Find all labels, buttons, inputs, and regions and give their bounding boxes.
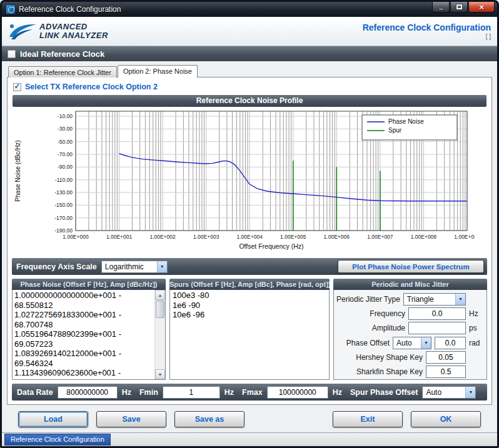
scrollbar-thumb[interactable] — [156, 301, 164, 318]
phase-noise-entry[interactable]: 1.1134396090623600e+001 - — [14, 368, 153, 378]
exit-button[interactable]: Exit — [333, 411, 403, 427]
periodic-misc-jitter-panel: Periodic and Misc Jitter Periodic Jitter… — [333, 279, 487, 380]
jitter-frequency-row: Frequency Hz — [336, 307, 484, 320]
brand-text: ADVANCED LINK ANALYZER — [39, 22, 108, 40]
ok-button[interactable]: OK — [411, 411, 481, 427]
data-rate-input[interactable] — [58, 386, 118, 399]
svg-text:Phase Noise (dBc/Hz): Phase Noise (dBc/Hz) — [14, 140, 21, 201]
brand-line1: ADVANCED — [39, 22, 108, 31]
frequency-axis-scale-value: Logarithmic — [102, 261, 157, 272]
svg-text:-130.00: -130.00 — [54, 189, 73, 196]
phase-noise-entry[interactable]: 68.700748 — [14, 320, 153, 330]
phase-noise-entry[interactable]: 68.550812 — [14, 301, 153, 311]
svg-text:1.00E+009: 1.00E+009 — [454, 234, 475, 240]
sharkfin-shape-key-row: Sharkfin Shape Key — [336, 366, 484, 379]
phase-noise-entry[interactable]: 1.0551964788902399e+001 - — [14, 329, 153, 339]
spur-entry[interactable]: 100e3 -80 — [173, 291, 326, 301]
plot-phase-noise-power-spectrum-button[interactable]: Plot Phase Noise Power Spectrum — [338, 260, 484, 273]
phase-noise-entry[interactable]: 69.057223 — [14, 339, 153, 349]
svg-text:-150.00: -150.00 — [54, 202, 73, 208]
app-icon — [6, 4, 16, 14]
fmin-unit: Hz — [224, 388, 234, 397]
phase-noise-entry[interactable]: 1.0839269140212000e+001 - — [14, 349, 153, 359]
tab-strip: Option 1: Reference Clock JitterOption 2… — [7, 64, 492, 77]
phase-noise-entry[interactable]: 1.0272275691833000e+001 - — [14, 310, 153, 320]
svg-text:1.00E+000: 1.00E+000 — [63, 234, 89, 240]
minimize-button[interactable] — [432, 2, 450, 12]
tab-option-2[interactable]: Option 2: Phase Noise — [118, 65, 198, 77]
chevron-down-icon: ▼ — [455, 294, 465, 305]
spur-entry[interactable]: 1e6 -90 — [173, 301, 326, 311]
page-title: Reference Clock Configuration — [363, 22, 491, 32]
svg-text:1.00E+008: 1.00E+008 — [411, 234, 437, 240]
jitter-phase-offset-mode-dropdown[interactable]: Auto ▼ — [393, 337, 431, 349]
spur-phase-offset-dropdown[interactable]: Auto ▼ — [422, 386, 476, 399]
spur-phase-offset-value: Auto — [423, 387, 465, 398]
svg-text:1.00E+006: 1.00E+006 — [324, 234, 350, 240]
svg-text:-70.00: -70.00 — [58, 151, 73, 157]
svg-text:Offset Frequency (Hz): Offset Frequency (Hz) — [239, 242, 303, 250]
fmax-input[interactable] — [267, 386, 328, 399]
frequency-axis-scale-label: Frequency Axis Scale — [15, 262, 97, 271]
action-buttons-row: Load Save Save as Exit OK — [7, 405, 492, 432]
svg-text:-190.00: -190.00 — [54, 227, 73, 234]
svg-text:1.00E+007: 1.00E+007 — [367, 234, 393, 240]
jitter-amplitude-input[interactable] — [408, 322, 466, 334]
phase-noise-entry[interactable]: 1.0000000000000000e+001 - — [14, 291, 153, 301]
status-badge: Reference Clock Configuration — [4, 434, 111, 446]
window-controls: × — [431, 2, 495, 12]
ideal-reference-clock-label: Ideal Reference Clock — [20, 49, 104, 59]
svg-text:1.00E+002: 1.00E+002 — [149, 234, 176, 240]
svg-text:Phase Noise: Phase Noise — [388, 118, 424, 125]
svg-text:1.00E+004: 1.00E+004 — [237, 234, 263, 240]
titlebar[interactable]: Reference Clock Configuration × — [2, 2, 497, 17]
jitter-amplitude-label: Amplitude — [336, 324, 405, 332]
hershey-shape-key-input[interactable] — [426, 351, 466, 364]
chevron-down-icon: ▼ — [465, 387, 475, 398]
scroll-down-icon[interactable]: ▼ — [155, 369, 165, 379]
maximize-icon — [456, 4, 462, 9]
phase-noise-scrollbar[interactable]: ▲ ▼ — [154, 290, 165, 379]
svg-text:-90.00: -90.00 — [58, 164, 73, 170]
load-button[interactable]: Load — [18, 411, 88, 427]
phase-noise-list[interactable]: 1.0000000000000000e+001 -68.5508121.0272… — [13, 290, 154, 379]
jitter-phase-offset-input[interactable] — [435, 337, 466, 349]
brand-logo-icon — [8, 22, 37, 41]
select-tx-label: Select TX Reference Clock Option 2 — [25, 82, 158, 91]
spurs-panel-header: Spurs (Offset F [Hz], Amp [dBc], Phase [… — [169, 279, 330, 290]
select-tx-row: Select TX Reference Clock Option 2 — [12, 81, 487, 93]
tab-option-1[interactable]: Option 1: Reference Clock Jitter — [8, 66, 117, 77]
minimize-icon — [438, 8, 444, 10]
fmin-label: Fmin — [139, 388, 158, 397]
select-tx-checkbox[interactable] — [13, 83, 21, 91]
fmin-input[interactable] — [163, 386, 220, 399]
fmax-unit: Hz — [333, 388, 342, 397]
svg-text:-110.00: -110.00 — [55, 177, 73, 183]
save-as-button[interactable]: Save as — [174, 411, 244, 427]
periodic-jitter-type-value: Triangle — [404, 294, 455, 305]
close-button[interactable]: × — [468, 2, 495, 12]
chart-title: Reference Clock Noise Profile — [13, 95, 486, 107]
sharkfin-shape-key-label: Sharkfin Shape Key — [336, 367, 423, 376]
ideal-reference-clock-checkbox[interactable] — [8, 50, 16, 58]
save-button[interactable]: Save — [96, 411, 166, 427]
sharkfin-shape-key-input[interactable] — [426, 366, 466, 378]
spurs-list[interactable]: 100e3 -801e6 -9010e6 -96 — [170, 290, 329, 379]
jitter-frequency-input[interactable] — [408, 307, 466, 320]
phase-noise-chart-container: -10.00-30.00-50.00-70.00-90.00-110.00-13… — [12, 107, 487, 257]
jitter-frequency-label: Frequency — [336, 309, 405, 318]
maximize-button[interactable] — [450, 2, 468, 12]
chevron-down-icon: ▼ — [157, 261, 167, 272]
spur-entry[interactable]: 10e6 -96 — [173, 310, 326, 320]
scrollbar-track[interactable] — [155, 300, 165, 369]
frequency-axis-scale-dropdown[interactable]: Logarithmic ▼ — [101, 261, 168, 273]
jitter-amplitude-row: Amplitude ps — [336, 322, 484, 335]
periodic-jitter-type-dropdown[interactable]: Triangle ▼ — [403, 293, 466, 306]
data-panels: Phase Noise (Offset F [Hz], Amp [dBc/Hz]… — [12, 279, 487, 380]
jitter-frequency-unit: Hz — [469, 309, 484, 318]
page-subtitle: [ ] — [363, 33, 491, 40]
option2-tab-panel: Select TX Reference Clock Option 2 Refer… — [7, 77, 492, 405]
scroll-up-icon[interactable]: ▲ — [155, 290, 165, 300]
phase-noise-entry[interactable]: 69.546324 — [14, 359, 153, 369]
svg-text:1.00E+001: 1.00E+001 — [106, 234, 133, 240]
